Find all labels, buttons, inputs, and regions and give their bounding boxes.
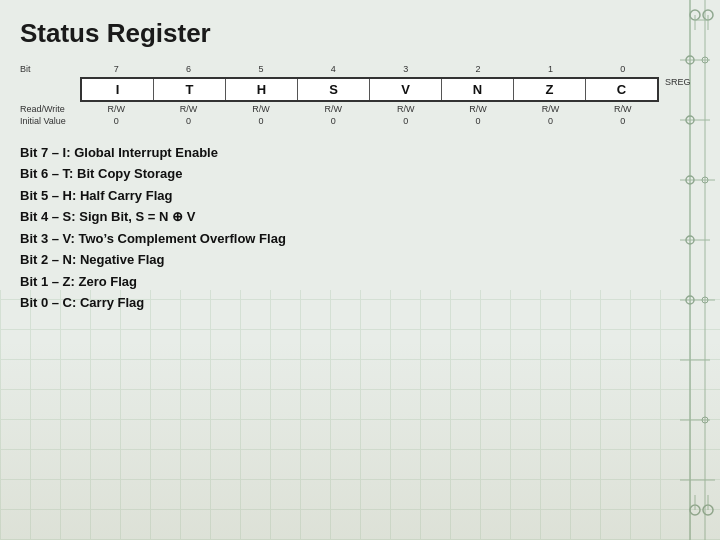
- reg-cell-Z: Z: [514, 79, 586, 100]
- reg-cell-C: C: [586, 79, 657, 100]
- iv-cell-1: 0: [514, 116, 586, 126]
- page-title: Status Register: [20, 18, 700, 49]
- spacer-left: [20, 77, 80, 102]
- iv-cell-7: 0: [80, 116, 152, 126]
- desc-bit0: Bit 0 – C: Carry Flag: [20, 292, 700, 313]
- rw-cells: R/W R/W R/W R/W R/W R/W R/W R/W: [80, 104, 659, 114]
- reg-cell-S: S: [298, 79, 370, 100]
- bottom-decoration: [0, 340, 720, 540]
- desc-bit1: Bit 1 – Z: Zero Flag: [20, 271, 700, 292]
- iv-cell-0: 0: [587, 116, 659, 126]
- bit-position-row: Bit 7 6 5 4 3 2 1 0: [20, 63, 700, 75]
- bit-pos-5: 5: [225, 63, 297, 75]
- desc-bit4: Bit 4 – S: Sign Bit, S = N ⊕ V: [20, 206, 700, 227]
- reg-cell-V: V: [370, 79, 442, 100]
- iv-cell-5: 0: [225, 116, 297, 126]
- main-content: Status Register Bit 7 6 5 4 3 2 1 0 I T: [0, 0, 720, 324]
- rw-cell-7: R/W: [80, 104, 152, 114]
- bit-pos-2: 2: [442, 63, 514, 75]
- rw-cell-5: R/W: [225, 104, 297, 114]
- desc-bit6: Bit 6 – T: Bit Copy Storage: [20, 163, 700, 184]
- desc-bit5: Bit 5 – H: Half Carry Flag: [20, 185, 700, 206]
- bit-pos-3: 3: [370, 63, 442, 75]
- initial-value-row: Initial Value 0 0 0 0 0 0 0 0: [20, 116, 700, 126]
- rw-cell-4: R/W: [297, 104, 369, 114]
- bit-pos-1: 1: [514, 63, 586, 75]
- rw-cell-6: R/W: [152, 104, 224, 114]
- desc-bit3: Bit 3 – V: Two’s Complement Overflow Fla…: [20, 228, 700, 249]
- bit-pos-7: 7: [80, 63, 152, 75]
- desc-bit7: Bit 7 – I: Global Interrupt Enable: [20, 142, 700, 163]
- bit-pos-0: 0: [587, 63, 659, 75]
- register-table: Bit 7 6 5 4 3 2 1 0 I T H S V N: [20, 63, 700, 126]
- iv-cell-2: 0: [442, 116, 514, 126]
- bit-pos-4: 4: [297, 63, 369, 75]
- iv-cell-6: 0: [152, 116, 224, 126]
- bit-pos-6: 6: [152, 63, 224, 75]
- readwrite-row: Read/Write R/W R/W R/W R/W R/W R/W R/W R…: [20, 104, 700, 114]
- iv-cells: 0 0 0 0 0 0 0 0: [80, 116, 659, 126]
- iv-row-label: Initial Value: [20, 116, 80, 126]
- rw-cell-2: R/W: [442, 104, 514, 114]
- rw-cell-0: R/W: [587, 104, 659, 114]
- iv-cell-4: 0: [297, 116, 369, 126]
- iv-cell-3: 0: [370, 116, 442, 126]
- reg-cell-N: N: [442, 79, 514, 100]
- desc-bit2: Bit 2 – N: Negative Flag: [20, 249, 700, 270]
- register-box-row: I T H S V N Z C SREG: [20, 77, 700, 102]
- rw-row-label: Read/Write: [20, 104, 80, 114]
- reg-cell-T: T: [154, 79, 226, 100]
- reg-cell-H: H: [226, 79, 298, 100]
- bit-row-label: Bit: [20, 64, 80, 74]
- reg-cell-I: I: [82, 79, 154, 100]
- bit-positions-cells: 7 6 5 4 3 2 1 0: [80, 63, 659, 75]
- sreg-label: SREG: [665, 77, 700, 102]
- rw-cell-1: R/W: [514, 104, 586, 114]
- register-box: I T H S V N Z C: [80, 77, 659, 102]
- bit-descriptions: Bit 7 – I: Global Interrupt Enable Bit 6…: [20, 142, 700, 314]
- rw-cell-3: R/W: [370, 104, 442, 114]
